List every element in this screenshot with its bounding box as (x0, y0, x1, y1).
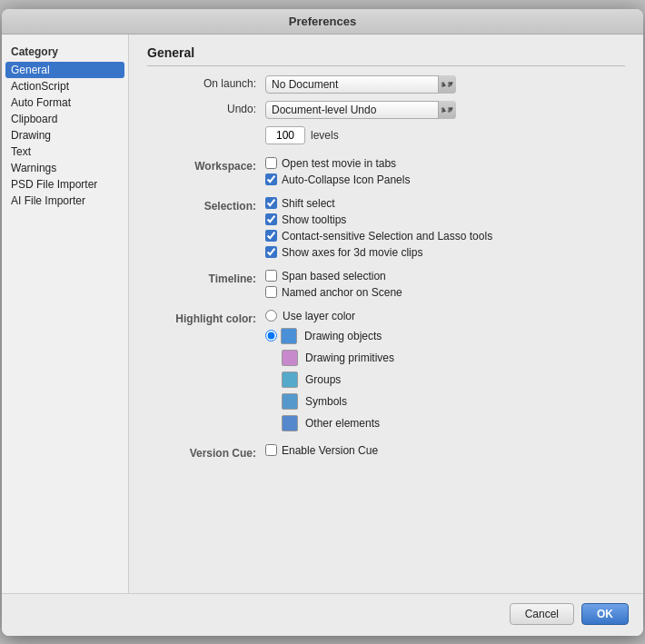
sidebar-item-warnings[interactable]: Warnings (2, 160, 128, 176)
checkbox-enable-version-cue: Enable Version Cue (265, 444, 625, 457)
cancel-button[interactable]: Cancel (510, 603, 574, 625)
enable-version-cue-checkbox[interactable] (265, 444, 277, 456)
dialog-body: Category General ActionScript Auto Forma… (2, 35, 643, 593)
named-anchor-checkbox[interactable] (265, 286, 277, 298)
show-tooltips-label: Show tooltips (282, 213, 346, 226)
highlight-color-label: Highlight color: (147, 310, 265, 325)
checkbox-auto-collapse: Auto-Collapse Icon Panels (265, 173, 625, 186)
dialog-footer: Cancel OK (2, 593, 643, 636)
sidebar-item-text[interactable]: Text (2, 144, 128, 160)
sidebar: Category General ActionScript Auto Forma… (2, 35, 129, 593)
drawing-objects-label: Drawing objects (304, 330, 382, 342)
sidebar-item-ai[interactable]: AI File Importer (2, 193, 128, 209)
undo-control: Document-level Undo Object-level Undo ▲▼ (265, 101, 625, 119)
sidebar-item-general[interactable]: General (5, 62, 124, 78)
levels-input[interactable] (265, 126, 305, 144)
sidebar-heading: Category (2, 40, 128, 62)
checkbox-contact-sensitive: Contact-sensitive Selection and Lasso to… (265, 230, 625, 243)
checkbox-shift-select: Shift select (265, 197, 625, 210)
show-axes-label: Show axes for 3d movie clips (282, 246, 422, 259)
title-bar: Preferences (2, 9, 643, 35)
version-cue-control: Enable Version Cue (265, 444, 625, 461)
levels-row: levels (147, 126, 625, 150)
undo-row: Undo: Document-level Undo Object-level U… (147, 101, 625, 119)
contact-sensitive-label: Contact-sensitive Selection and Lasso to… (282, 230, 492, 243)
workspace-control: Open test movie in tabs Auto-Collapse Ic… (265, 157, 625, 190)
named-anchor-label: Named anchor on Scene (282, 286, 402, 299)
version-cue-label: Version Cue: (147, 444, 265, 460)
on-launch-dropdown-wrapper: No Document New Document Last Document ▲… (265, 75, 456, 94)
checkbox-named-anchor: Named anchor on Scene (265, 286, 625, 299)
radio-groups: Groups (265, 372, 625, 388)
version-cue-row: Version Cue: Enable Version Cue (147, 444, 625, 461)
open-test-movie-label: Open test movie in tabs (282, 157, 396, 170)
selection-row: Selection: Shift select Show tooltips Co… (147, 197, 625, 263)
dialog-title: Preferences (289, 15, 356, 28)
on-launch-dropdown[interactable]: No Document New Document Last Document (265, 75, 456, 94)
levels-control: levels (265, 126, 625, 144)
radio-symbols: Symbols (265, 393, 625, 410)
other-elements-swatch (282, 415, 298, 431)
shift-select-label: Shift select (282, 197, 335, 210)
main-content: General On launch: No Document New Docum… (129, 35, 643, 593)
sidebar-item-clipboard[interactable]: Clipboard (2, 111, 128, 127)
selection-control: Shift select Show tooltips Contact-sensi… (265, 197, 625, 263)
undo-dropdown[interactable]: Document-level Undo Object-level Undo (265, 101, 456, 119)
sidebar-item-auto-format[interactable]: Auto Format (2, 94, 128, 111)
highlight-color-row: Highlight color: Use layer color Drawing… (147, 310, 625, 437)
use-layer-color-label: Use layer color (283, 310, 355, 322)
drawing-primitives-label: Drawing primitives (305, 352, 394, 364)
levels-spacer (147, 126, 265, 128)
levels-label: levels (311, 129, 339, 142)
highlight-color-control: Use layer color Drawing objects Drawing … (265, 310, 625, 437)
open-test-movie-checkbox[interactable] (265, 157, 277, 169)
workspace-label: Workspace: (147, 157, 265, 173)
drawing-objects-swatch (281, 328, 297, 344)
auto-collapse-label: Auto-Collapse Icon Panels (282, 173, 410, 186)
ok-button[interactable]: OK (581, 603, 629, 625)
timeline-row: Timeline: Span based selection Named anc… (147, 270, 625, 302)
symbols-swatch (282, 393, 298, 410)
radio-drawing-primitives: Drawing primitives (265, 350, 625, 366)
selection-label: Selection: (147, 197, 265, 213)
contact-sensitive-checkbox[interactable] (265, 230, 277, 242)
radio-other-elements: Other elements (265, 415, 625, 431)
checkbox-open-test-movie: Open test movie in tabs (265, 157, 625, 170)
drawing-objects-radio[interactable] (265, 330, 277, 342)
drawing-primitives-swatch (282, 350, 298, 366)
enable-version-cue-label: Enable Version Cue (282, 444, 378, 457)
on-launch-row: On launch: No Document New Document Last… (147, 75, 625, 94)
on-launch-label: On launch: (147, 75, 265, 90)
other-elements-label: Other elements (305, 417, 380, 430)
use-layer-color-radio[interactable] (265, 310, 277, 322)
symbols-label: Symbols (305, 395, 347, 408)
span-based-label: Span based selection (282, 270, 386, 282)
checkbox-show-axes: Show axes for 3d movie clips (265, 246, 625, 259)
span-based-checkbox[interactable] (265, 270, 277, 282)
show-axes-checkbox[interactable] (265, 246, 277, 258)
radio-use-layer-color: Use layer color (265, 310, 625, 322)
checkbox-span-based: Span based selection (265, 270, 625, 282)
section-title: General (147, 45, 625, 66)
workspace-row: Workspace: Open test movie in tabs Auto-… (147, 157, 625, 190)
checkbox-show-tooltips: Show tooltips (265, 213, 625, 226)
groups-swatch (282, 372, 298, 388)
sidebar-item-drawing[interactable]: Drawing (2, 127, 128, 144)
auto-collapse-checkbox[interactable] (265, 173, 277, 185)
sidebar-item-actionscript[interactable]: ActionScript (2, 78, 128, 94)
undo-dropdown-wrapper: Document-level Undo Object-level Undo ▲▼ (265, 101, 456, 119)
shift-select-checkbox[interactable] (265, 197, 277, 209)
groups-label: Groups (305, 373, 341, 386)
radio-drawing-objects: Drawing objects (265, 328, 625, 344)
on-launch-control: No Document New Document Last Document ▲… (265, 75, 625, 94)
preferences-dialog: Preferences Category General ActionScrip… (2, 9, 643, 636)
undo-label: Undo: (147, 101, 265, 115)
timeline-control: Span based selection Named anchor on Sce… (265, 270, 625, 302)
timeline-label: Timeline: (147, 270, 265, 285)
show-tooltips-checkbox[interactable] (265, 213, 277, 225)
sidebar-item-psd[interactable]: PSD File Importer (2, 176, 128, 193)
